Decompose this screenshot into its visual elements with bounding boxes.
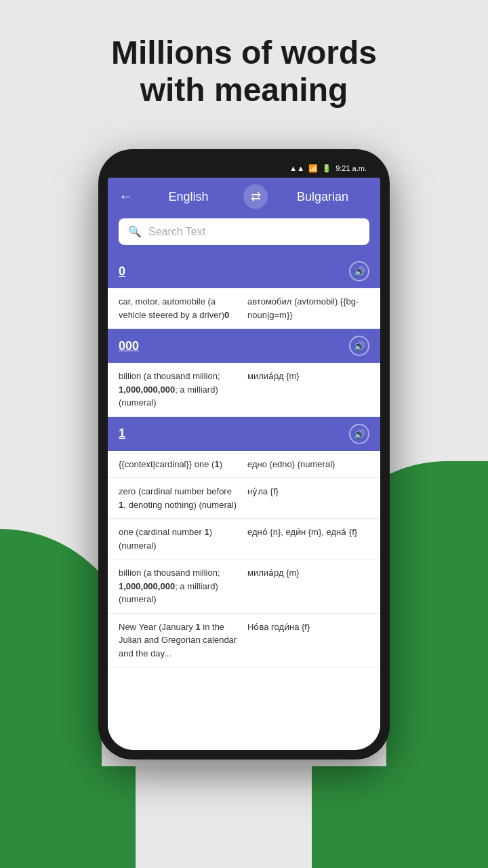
word-group-header-1: 1 🔊 — [108, 417, 380, 451]
word-en-1-2: one (cardinal number 1) (numeral) — [119, 526, 247, 552]
word-en-1-0: {{context|cardinal}} one (1) — [119, 458, 247, 471]
word-en-1-4: New Year (January 1 in the Julian and Gr… — [119, 620, 247, 660]
battery-icon: 🔋 — [322, 164, 331, 173]
phone-outer: ▲▲ 📶 🔋 9:21 a.m. ▲ ▣ 🔋 9:21 a.m. ← Engli… — [98, 149, 390, 760]
word-bg-1-1: ну́ла {f} — [247, 485, 369, 511]
word-bg-1-4: Но́ва годи́на {f} — [247, 620, 369, 660]
word-bg-1-0: едно (edno) (numeral) — [247, 458, 369, 471]
word-bg-000-0: милиа́рд {m} — [247, 370, 369, 410]
hero-section: Millions of words with meaning — [0, 34, 488, 108]
word-entry-1-1: zero (cardinal number before 1, denoting… — [108, 478, 380, 519]
app-header: ← English ⇄ Bulgarian — [108, 178, 380, 218]
notch-bar: ▲▲ 📶 🔋 9:21 a.m. — [108, 159, 380, 178]
source-language-label: English — [142, 190, 235, 204]
word-en-000-0: billion (a thousand million; 1,000,000,0… — [119, 370, 247, 410]
word-bg-1-3: милиа́рд {m} — [247, 566, 369, 606]
word-entry-1-0: {{context|cardinal}} one (1) едно (edno)… — [108, 451, 380, 479]
search-bar[interactable]: 🔍 Search Text — [119, 218, 369, 245]
word-group-label-000: 000 — [119, 339, 139, 353]
speaker-button-000[interactable]: 🔊 — [349, 336, 369, 356]
word-group-header-000: 000 🔊 — [108, 329, 380, 363]
status-bar: ▲▲ 📶 🔋 9:21 a.m. — [289, 164, 367, 173]
word-entry-1-2: one (cardinal number 1) (numeral) едно́ … — [108, 519, 380, 559]
word-bg-0-0: автомобил (avtomobil) {{bg-noun|g=m}} — [247, 295, 369, 321]
word-en-1-1: zero (cardinal number before 1, denoting… — [119, 485, 247, 511]
target-language-label: Bulgarian — [276, 190, 369, 204]
word-group-header-0: 0 🔊 — [108, 254, 380, 288]
hero-title: Millions of words with meaning — [0, 34, 488, 108]
search-container: 🔍 Search Text — [108, 218, 380, 254]
word-entry-000-0: billion (a thousand million; 1,000,000,0… — [108, 363, 380, 417]
swap-languages-button[interactable]: ⇄ — [243, 184, 268, 209]
speaker-button-0[interactable]: 🔊 — [349, 261, 369, 281]
word-bg-1-2: едно́ {n}, еди́н {m}, една́ {f} — [247, 526, 369, 552]
signal-icon: 📶 — [308, 164, 318, 173]
phone-screen: ▲ ▣ 🔋 9:21 a.m. ← English ⇄ Bulgarian 🔍 … — [108, 159, 380, 750]
word-entry-1-4: New Year (January 1 in the Julian and Gr… — [108, 614, 380, 668]
search-icon: 🔍 — [128, 225, 142, 238]
word-group-label-0: 0 — [119, 264, 125, 279]
phone-mockup: ▲▲ 📶 🔋 9:21 a.m. ▲ ▣ 🔋 9:21 a.m. ← Engli… — [98, 149, 390, 760]
back-button[interactable]: ← — [119, 188, 134, 205]
word-entry-0-0: car, motor, automobile (a vehicle steere… — [108, 288, 380, 329]
word-entry-1-3: billion (a thousand million; 1,000,000,0… — [108, 559, 380, 614]
word-list: 0 🔊 car, motor, automobile (a vehicle st… — [108, 254, 380, 750]
word-en-1-3: billion (a thousand million; 1,000,000,0… — [119, 566, 247, 606]
search-input[interactable]: Search Text — [148, 226, 205, 238]
word-en-0-0: car, motor, automobile (a vehicle steere… — [119, 295, 247, 321]
word-group-label-1: 1 — [119, 427, 125, 441]
wifi-icon: ▲▲ — [289, 164, 304, 172]
time-display: 9:21 a.m. — [336, 164, 367, 172]
speaker-button-1[interactable]: 🔊 — [349, 424, 369, 444]
